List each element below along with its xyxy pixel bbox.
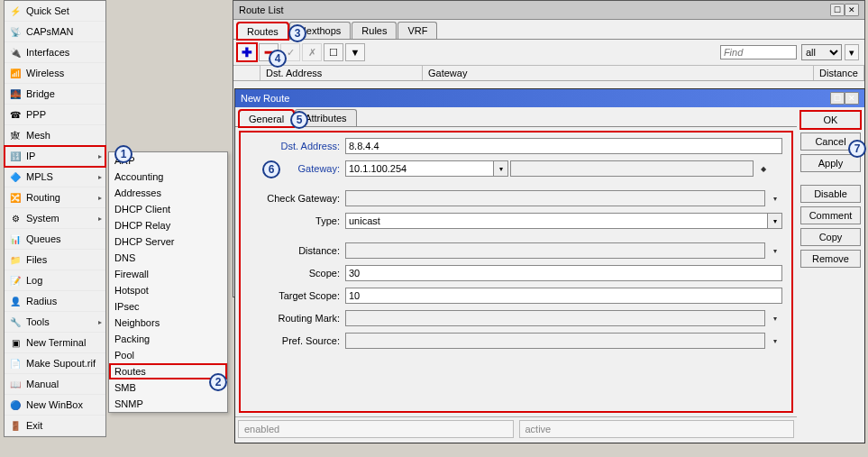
system-icon: ⚙ — [8, 211, 23, 225]
check-gateway-expand-icon[interactable]: ▾ — [768, 190, 782, 206]
sidebar-item-mpls[interactable]: 🔷MPLS▸ — [5, 167, 105, 187]
sidebar-item-queues[interactable]: 📊Queues — [5, 229, 105, 250]
type-input[interactable] — [345, 213, 768, 229]
submenu-neighbors[interactable]: Neighbors — [109, 315, 227, 331]
sidebar-item-files[interactable]: 📁Files — [5, 250, 105, 270]
quickset-icon: ⚡ — [8, 4, 23, 18]
apply-button[interactable]: Apply — [800, 154, 861, 172]
type-dropdown-button[interactable]: ▾ — [768, 213, 782, 229]
pref-source-input[interactable] — [345, 333, 765, 349]
sidebar-item-interfaces[interactable]: 🔌Interfaces — [5, 42, 105, 63]
sidebar-item-wireless[interactable]: 📶Wireless — [5, 63, 105, 84]
submenu-firewall[interactable]: Firewall — [109, 266, 227, 282]
maximize-button[interactable]: ☐ — [830, 92, 845, 105]
distance-input[interactable] — [345, 242, 765, 259]
sidebar-item-tools[interactable]: 🔧Tools▸ — [5, 312, 105, 333]
col-distance[interactable]: Distance — [814, 66, 864, 80]
wireless-icon: 📶 — [8, 66, 23, 80]
winbox-icon: 🔵 — [8, 398, 23, 412]
add-button[interactable]: ✚ — [237, 43, 257, 61]
gateway-dropdown-button[interactable]: ▾ — [494, 160, 508, 177]
pref-source-expand-icon[interactable]: ▾ — [768, 333, 782, 349]
step-badge-6: 6 — [262, 160, 280, 178]
close-button[interactable]: ✕ — [845, 4, 859, 16]
copy-button[interactable]: Copy — [800, 228, 861, 246]
routing-mark-label: Routing Mark: — [250, 313, 340, 324]
step-badge-4: 4 — [269, 50, 287, 68]
submenu-dns[interactable]: DNS — [109, 250, 227, 266]
ok-button[interactable]: OK — [800, 111, 861, 129]
route-list-titlebar[interactable]: Route List ☐ ✕ — [233, 1, 864, 20]
new-route-dialog: New Route ☐ ✕ General Attributes Dst. Ad… — [234, 88, 865, 443]
submenu-addresses[interactable]: Addresses — [109, 185, 227, 201]
submenu-packing[interactable]: Packing — [109, 331, 227, 347]
sidebar-item-bridge[interactable]: 🌉Bridge — [5, 84, 105, 105]
sidebar-item-exit[interactable]: 🚪Exit — [5, 416, 105, 436]
target-scope-input[interactable] — [345, 288, 782, 304]
sidebar-item-newterminal[interactable]: ▣New Terminal — [5, 333, 105, 353]
sidebar-item-log[interactable]: 📝Log — [5, 270, 105, 291]
filter-dropdown-button[interactable]: ▾ — [845, 44, 859, 60]
step-badge-2: 2 — [209, 373, 227, 391]
new-route-titlebar[interactable]: New Route ☐ ✕ — [235, 89, 864, 107]
supout-icon: 📄 — [8, 356, 23, 370]
col-dst-address[interactable]: Dst. Address — [260, 66, 423, 80]
chevron-right-icon: ▸ — [98, 194, 102, 202]
submenu-accounting[interactable]: Accounting — [109, 169, 227, 185]
routing-mark-input[interactable] — [345, 310, 765, 326]
routing-mark-expand-icon[interactable]: ▾ — [768, 310, 782, 326]
submenu-dhcp-server[interactable]: DHCP Server — [109, 233, 227, 250]
submenu-ipsec[interactable]: IPsec — [109, 298, 227, 315]
close-button[interactable]: ✕ — [845, 92, 859, 105]
disable-button[interactable]: Disable — [800, 185, 861, 203]
type-label: Type: — [250, 215, 340, 226]
find-input[interactable] — [720, 45, 797, 59]
scope-input[interactable] — [345, 265, 782, 281]
maximize-button[interactable]: ☐ — [830, 4, 845, 16]
sidebar-item-mesh[interactable]: 🕸Mesh — [5, 125, 105, 146]
check-gateway-input[interactable] — [345, 190, 765, 206]
gateway-status-box — [510, 160, 754, 177]
distance-expand-icon[interactable]: ▾ — [768, 242, 782, 259]
submenu-dhcp-relay[interactable]: DHCP Relay — [109, 217, 227, 233]
submenu-hotspot[interactable]: Hotspot — [109, 282, 227, 298]
tab-vrf[interactable]: VRF — [397, 22, 437, 39]
dst-address-label: Dst. Address: — [250, 141, 340, 151]
filter-button[interactable]: ▼ — [345, 43, 365, 61]
sidebar-item-supout[interactable]: 📄Make Supout.rif — [5, 353, 105, 374]
sidebar-item-ppp[interactable]: ☎PPP — [5, 105, 105, 125]
submenu-snmp[interactable]: SNMP — [109, 396, 227, 412]
sidebar-item-quickset[interactable]: ⚡Quick Set — [5, 1, 105, 22]
sidebar-item-system[interactable]: ⚙System▸ — [5, 208, 105, 229]
step-badge-7: 7 — [848, 140, 866, 158]
distance-label: Distance: — [250, 245, 340, 256]
step-badge-3: 3 — [288, 24, 306, 42]
filter-select[interactable]: all — [801, 44, 842, 60]
submenu-dhcp-client[interactable]: DHCP Client — [109, 201, 227, 217]
manual-icon: 📖 — [8, 377, 23, 391]
gateway-input[interactable] — [345, 160, 494, 177]
submenu-pool[interactable]: Pool — [109, 347, 227, 363]
remove-button[interactable]: Remove — [800, 250, 861, 268]
comment-button[interactable]: Comment — [800, 206, 861, 224]
ip-icon: 🔢 — [8, 149, 23, 163]
col-blank[interactable] — [233, 66, 260, 80]
sidebar-item-ip[interactable]: 🔢IP▸ — [5, 146, 105, 167]
sidebar-item-radius[interactable]: 👤Radius — [5, 291, 105, 312]
sidebar-item-routing[interactable]: 🔀Routing▸ — [5, 187, 105, 208]
new-route-title: New Route — [241, 93, 830, 104]
disable-button[interactable]: ✗ — [302, 43, 322, 61]
sidebar-item-capsman[interactable]: 📡CAPsMAN — [5, 22, 105, 42]
sidebar-item-newwinbox[interactable]: 🔵New WinBox — [5, 395, 105, 416]
scope-label: Scope: — [250, 268, 340, 279]
queues-icon: 📊 — [8, 232, 23, 246]
col-gateway[interactable]: Gateway — [423, 66, 814, 80]
dst-address-input[interactable] — [345, 138, 782, 154]
tab-rules[interactable]: Rules — [352, 22, 397, 39]
sidebar-item-manual[interactable]: 📖Manual — [5, 374, 105, 395]
tab-general[interactable]: General — [239, 110, 294, 127]
add-gateway-icon[interactable]: ◆ — [756, 160, 771, 177]
comment-button[interactable]: ☐ — [324, 43, 343, 61]
status-active: active — [519, 420, 795, 438]
tab-routes[interactable]: Routes — [237, 23, 288, 40]
